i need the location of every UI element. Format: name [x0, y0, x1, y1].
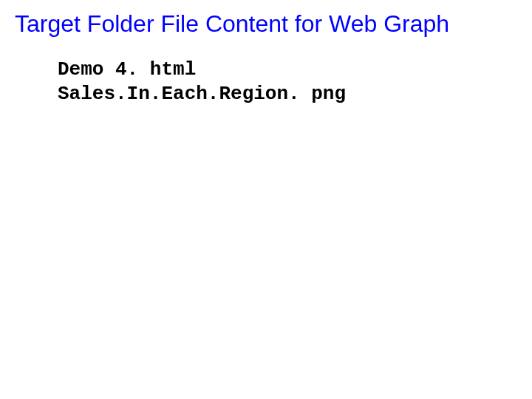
- file-item: Sales.In.Each.Region. png: [58, 82, 346, 106]
- file-item: Demo 4. html: [58, 58, 346, 82]
- file-list: Demo 4. html Sales.In.Each.Region. png: [58, 58, 346, 106]
- slide-title: Target Folder File Content for Web Graph: [15, 10, 449, 38]
